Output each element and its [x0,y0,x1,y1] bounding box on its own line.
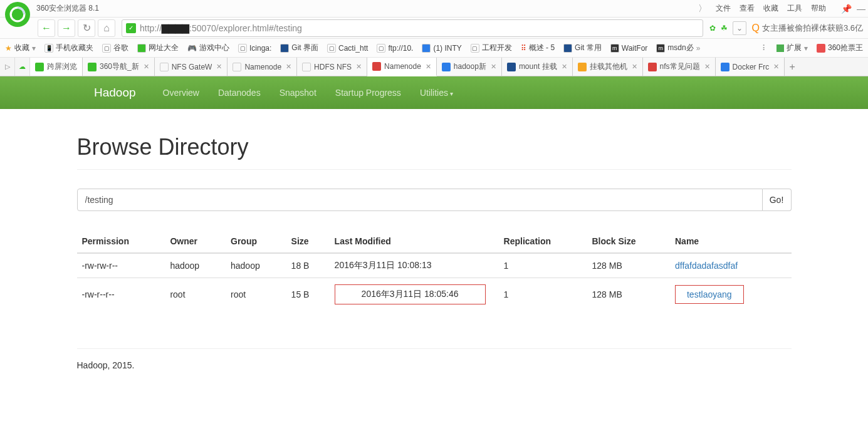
bm-git-ui[interactable]: Git 界面 [280,43,318,53]
page-footer: Hadoop, 2015. [77,348,792,370]
bm-dev[interactable]: ▢工程开发 [471,43,512,53]
pin-icon[interactable]: 📌 [841,4,852,14]
nav-snapshot[interactable]: Snapshot [270,88,326,98]
menu-help[interactable]: 帮助 [811,3,826,14]
url-dropdown[interactable]: ⌄ [733,21,746,35]
bookmarks-bar: ★收藏 ▾ 📱手机收藏夹 ▢谷歌 网址大全 🎮游戏中心 ▢Icinga: Git… [0,39,868,58]
bm-mobile[interactable]: 📱手机收藏夹 [44,43,93,53]
tab-item[interactable]: 360导航_新✕ [83,58,155,76]
menu-view[interactable]: 查看 [740,3,755,14]
tab-close-icon[interactable]: ✕ [144,63,149,71]
ticket-icon [817,44,825,53]
menu-file[interactable]: 文件 [716,3,731,14]
globe-icon [137,44,146,53]
tab-close-icon[interactable]: ✕ [632,63,637,71]
url-bar[interactable]: ✓ http://▇▇▇▇:50070/explorer.html#/testi… [122,19,703,37]
cell-permission: -rw-r--r-- [77,278,165,311]
cell-last-modified: 2016年3月11日 10:08:13 [330,253,499,278]
cell-group: hadoop [226,253,286,278]
bm-label: 手机收藏夹 [56,43,93,53]
bm-label: 谷歌 [113,43,128,53]
menu-tools[interactable]: 工具 [787,3,802,14]
tab-item[interactable]: Namenode✕ [227,58,297,76]
bm-games[interactable]: 🎮游戏中心 [187,43,229,53]
home-button[interactable]: ⌂ [98,19,115,37]
tab-item[interactable]: Namenode✕ [367,58,437,76]
search-box[interactable]: Q 女主播被偷拍裸体获赔3.6亿 [751,23,863,34]
tab-favicon-icon [160,63,169,71]
tab-cloud-button[interactable]: ☁ [15,58,30,76]
tab-item[interactable]: mount 挂载✕ [502,58,573,76]
browser-menubar: 〉 文件 查看 收藏 工具 帮助 📌 — [698,3,865,14]
file-link[interactable]: dffafdadafasdfaf [675,261,738,271]
forward-button[interactable]: → [58,19,75,37]
badge-icon [422,44,431,53]
col-group: Group [226,230,286,253]
nav-overview[interactable]: Overview [154,88,209,98]
new-tab-button[interactable]: + [785,58,800,76]
bm-ftp[interactable]: ▢ftp://10. [377,44,413,53]
nav-datanodes[interactable]: Datanodes [209,88,270,98]
bm-label: Git 常用 [575,43,602,53]
tab-favicon-icon [721,63,729,71]
tab-close-icon[interactable]: ✕ [491,63,496,71]
tab-item[interactable]: nfs常见问题✕ [643,58,716,76]
ticket-grab-button[interactable]: 360抢票王 [817,43,863,53]
nav-utilities[interactable]: Utilities [410,88,463,98]
path-input[interactable] [77,189,763,211]
tab-item[interactable]: 挂载其他机✕ [573,58,643,76]
search-icon: Q [751,23,759,34]
back-button[interactable]: ← [38,19,55,37]
bm-urls[interactable]: 网址大全 [137,43,179,53]
bm-msdn[interactable]: mmsdn必» [656,43,700,53]
tab-favicon-icon [648,63,657,71]
bm-label: 工程开发 [482,43,512,53]
tab-close-icon[interactable]: ✕ [562,63,567,71]
table-row: -rw-r--r--rootroot15 B2016年3月11日 18:05:4… [77,278,792,311]
cell-group: root [226,278,286,311]
bm-inty[interactable]: (1) INTY [422,44,461,53]
tab-close-icon[interactable]: ✕ [773,63,779,71]
tab-item[interactable]: hadoop新✕ [437,58,502,76]
go-button[interactable]: Go! [763,189,792,211]
hadoop-navbar: Hadoop Overview Datanodes Snapshot Start… [0,76,868,109]
tab-history-button[interactable]: ▷ [0,58,15,76]
highlight-box: 2016年3月11日 18:05:46 [335,284,486,304]
tab-close-icon[interactable]: ✕ [704,63,710,71]
bm-overview[interactable]: ⠿概述 - 5 [521,43,555,53]
browser-title: 360安全浏览器 8.1 [36,3,99,14]
tab-close-icon[interactable]: ✕ [356,63,362,71]
table-header-row: Permission Owner Group Size Last Modifie… [77,230,792,253]
tab-close-icon[interactable]: ✕ [426,63,431,71]
file-link[interactable]: testlaoyang [687,289,732,299]
crossscreen-icon [35,63,44,71]
tab-close-icon[interactable]: ✕ [216,63,222,71]
bookmarks-button[interactable]: ★收藏 ▾ [5,43,36,53]
eco-icon[interactable]: ☘ [721,24,728,33]
tab-item[interactable]: NFS GateW✕ [155,58,228,76]
nav-startup[interactable]: Startup Progress [326,88,410,98]
grid-icon [776,44,784,52]
url-scheme: http:// [140,23,162,33]
tab-close-icon[interactable]: ✕ [286,63,291,71]
cell-replication: 1 [499,253,587,278]
shield-icon: ✓ [126,23,136,33]
speed-icon[interactable]: ✿ [709,24,716,33]
menu-fav[interactable]: 收藏 [763,3,778,14]
bm-waitfor[interactable]: mWaitFor [610,44,648,53]
page-icon: ▢ [102,44,111,53]
extensions-button[interactable]: 扩展 ▾ [776,43,808,53]
bm-cacti[interactable]: ▢Cacti_htt [327,44,368,53]
minimize-icon[interactable]: — [857,4,865,14]
brand-link[interactable]: Hadoop [94,86,136,100]
reload-button[interactable]: ↻ [78,19,95,37]
bookmarks-more-icon[interactable]: ⠇ [762,44,768,53]
menu-prev-icon[interactable]: 〉 [698,3,707,14]
tab-crossscreen[interactable]: 跨屏浏览 [30,58,83,76]
tab-label: NFS GateW [172,63,212,71]
tab-item[interactable]: HDFS NFS✕ [297,58,367,76]
bm-git-common[interactable]: Git 常用 [563,43,602,53]
bm-icinga[interactable]: ▢Icinga: [238,44,271,53]
bm-google[interactable]: ▢谷歌 [102,43,128,53]
tab-item[interactable]: Docker Frc✕ [716,58,785,76]
